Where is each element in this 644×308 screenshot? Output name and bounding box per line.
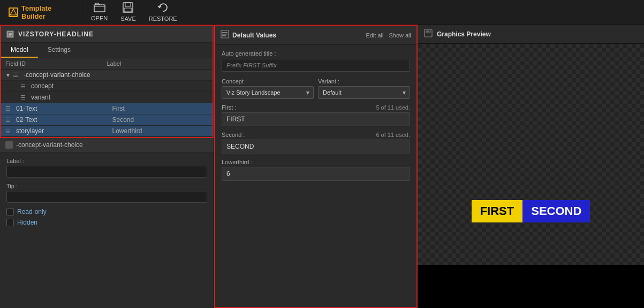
first-label: First : bbox=[222, 104, 237, 111]
middle-panel: Default Values Edit all Show all Auto ge… bbox=[214, 25, 418, 308]
label-input[interactable] bbox=[6, 166, 207, 178]
default-values-left: Default Values bbox=[221, 30, 276, 40]
svg-rect-1 bbox=[94, 5, 105, 12]
hidden-row: Hidden bbox=[6, 219, 207, 226]
default-values-actions: Edit all Show all bbox=[366, 32, 411, 38]
panel-header-icon bbox=[6, 30, 14, 38]
variant-label: Variant : bbox=[318, 78, 410, 84]
save-icon bbox=[123, 2, 133, 14]
viz-second: SECOND bbox=[522, 200, 590, 222]
left-bottom-section: -concept-variant-choice Label : Tip : Re… bbox=[0, 138, 214, 308]
col-field-id: Field ID bbox=[5, 60, 107, 67]
variant-icon: ☰ bbox=[20, 94, 31, 101]
tree-label-5: Lowerthird bbox=[112, 127, 209, 135]
concept-select-wrapper: Viz Story Landscape ▼ bbox=[222, 86, 314, 99]
graphics-header: Graphics Preview bbox=[418, 25, 644, 44]
readonly-checkbox[interactable] bbox=[6, 208, 14, 215]
first-section: First : 5 of 11 used. bbox=[222, 104, 410, 126]
svg-rect-3 bbox=[125, 3, 131, 6]
second-label: Second : bbox=[222, 132, 245, 138]
properties-form: Label : Tip : Read-only Hidden bbox=[0, 152, 214, 235]
text01-icon: ☰ bbox=[5, 105, 16, 112]
edit-all-link[interactable]: Edit all bbox=[366, 32, 383, 38]
storylayer-icon: ☰ bbox=[5, 128, 16, 135]
svg-rect-15 bbox=[429, 30, 431, 33]
auto-title-row: Auto generated title : Prefix FIRST Suff… bbox=[222, 50, 410, 72]
readonly-row: Read-only bbox=[6, 208, 207, 215]
tree-row-01text[interactable]: ☰ 01-Text First bbox=[1, 103, 213, 114]
svg-rect-14 bbox=[426, 30, 429, 33]
svg-rect-2 bbox=[123, 3, 133, 12]
tree-name-3: 01-Text bbox=[16, 105, 112, 112]
default-values-body: Auto generated title : Prefix FIRST Suff… bbox=[215, 45, 416, 307]
tree-name-4: 02-Text bbox=[16, 116, 112, 124]
tip-label: Tip : bbox=[6, 183, 207, 189]
lowerthird-section: Lowerthird : bbox=[222, 159, 410, 181]
svg-marker-0 bbox=[10, 9, 17, 15]
properties-header-title: -concept-variant-choice bbox=[16, 141, 83, 149]
tab-settings[interactable]: Settings bbox=[38, 43, 80, 58]
second-input[interactable] bbox=[222, 140, 410, 153]
concept-variant-row: Concept : Viz Story Landscape ▼ Variant … bbox=[222, 78, 410, 99]
main-layout: VIZSTORY-HEADLINE Model Settings Field I… bbox=[0, 25, 644, 308]
svg-rect-12 bbox=[222, 35, 226, 36]
tab-model[interactable]: Model bbox=[1, 43, 38, 58]
tree-row-concept[interactable]: ☰ concept bbox=[1, 81, 213, 92]
tip-input[interactable] bbox=[6, 191, 207, 203]
left-panel: VIZSTORY-HEADLINE Model Settings Field I… bbox=[0, 25, 214, 308]
right-panel: Graphics Preview FIRST SECOND bbox=[418, 25, 644, 308]
variant-select[interactable]: Default bbox=[318, 86, 410, 99]
tree-row-storylayer[interactable]: ☰ storylayer Lowerthird bbox=[1, 126, 213, 137]
tree-name-2: variant bbox=[31, 94, 120, 101]
app-title: Template Builder bbox=[0, 0, 80, 24]
panel-header-title: VIZSTORY-HEADLINE bbox=[18, 30, 94, 38]
lowerthird-input[interactable] bbox=[222, 167, 410, 181]
variant-select-wrapper: Default ▼ bbox=[318, 86, 410, 99]
restore-label: RESTORE bbox=[149, 16, 177, 22]
bottom-black-bar bbox=[418, 265, 644, 308]
tree-row-concept-variant[interactable]: ▼ ☰ -concept-variant-choice bbox=[1, 70, 213, 81]
first-label-row: First : 5 of 11 used. bbox=[222, 104, 410, 111]
hidden-checkbox[interactable] bbox=[6, 219, 14, 226]
second-count: 6 of 11 used. bbox=[376, 132, 410, 138]
save-label: SAVE bbox=[120, 16, 136, 22]
app-icon bbox=[9, 7, 18, 17]
open-button[interactable]: OPEN bbox=[91, 3, 108, 21]
second-label-row: Second : 6 of 11 used. bbox=[222, 132, 410, 138]
viz-first: FIRST bbox=[472, 200, 523, 222]
tree-row-02text[interactable]: ☰ 02-Text Second bbox=[1, 114, 213, 126]
toolbar: OPEN SAVE RESTORE bbox=[80, 2, 188, 22]
auto-title-value: Prefix FIRST Suffix bbox=[222, 59, 410, 72]
second-section: Second : 6 of 11 used. bbox=[222, 132, 410, 153]
restore-icon bbox=[157, 2, 168, 14]
app-title-text: Template Builder bbox=[21, 4, 71, 20]
default-values-title: Default Values bbox=[232, 32, 276, 39]
graphics-canvas: FIRST SECOND bbox=[418, 44, 644, 265]
tree-arrow: ▼ bbox=[5, 72, 13, 78]
field-table-header: Field ID Label bbox=[1, 58, 213, 70]
properties-header: -concept-variant-choice bbox=[0, 138, 214, 152]
restore-button[interactable]: RESTORE bbox=[149, 2, 177, 22]
svg-rect-8 bbox=[9, 35, 11, 36]
concept-col: Concept : Viz Story Landscape ▼ bbox=[222, 78, 314, 99]
default-values-icon bbox=[221, 30, 229, 40]
concept-select[interactable]: Viz Story Landscape bbox=[222, 86, 314, 99]
left-top-section: VIZSTORY-HEADLINE Model Settings Field I… bbox=[0, 25, 214, 138]
save-button[interactable]: SAVE bbox=[120, 2, 136, 22]
tree-row-variant[interactable]: ☰ variant bbox=[1, 92, 213, 103]
svg-rect-10 bbox=[222, 32, 228, 33]
model-tabs: Model Settings bbox=[1, 43, 213, 58]
open-icon bbox=[94, 3, 105, 14]
svg-rect-11 bbox=[222, 34, 228, 35]
svg-rect-6 bbox=[9, 33, 12, 34]
tree-name-5: storylayer bbox=[16, 127, 112, 135]
lowerthird-label-row: Lowerthird : bbox=[222, 159, 410, 165]
show-all-link[interactable]: Show all bbox=[389, 32, 411, 38]
group-icon: ☰ bbox=[13, 72, 24, 79]
hidden-label: Hidden bbox=[17, 219, 37, 226]
first-input[interactable] bbox=[222, 112, 410, 126]
label-row: Label : bbox=[6, 158, 207, 178]
default-values-header: Default Values Edit all Show all bbox=[215, 26, 416, 45]
concept-label: Concept : bbox=[222, 78, 314, 84]
readonly-label: Read-only bbox=[17, 208, 47, 215]
